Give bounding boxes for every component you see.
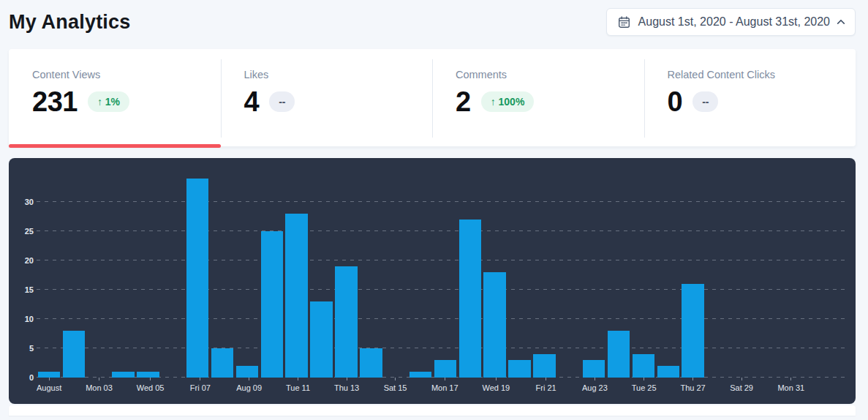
x-axis-slot (113, 378, 137, 400)
x-axis-slot (262, 378, 286, 400)
x-axis-tickmark (644, 378, 644, 380)
x-axis-tickmark (741, 378, 742, 380)
bar-slot (235, 168, 260, 378)
x-axis-slot (510, 378, 534, 400)
x-axis-tickmark (150, 378, 151, 380)
x-axis-tickmark (445, 378, 445, 380)
bar-aug-21[interactable] (533, 354, 555, 378)
x-axis-slot: Thu 13 (334, 378, 359, 400)
bar-slot (260, 168, 284, 378)
x-axis-tickmark (249, 378, 249, 380)
x-axis-label: August (37, 383, 61, 392)
x-axis-slot: Fri 07 (188, 378, 212, 400)
x-axis-label: Sat 29 (730, 383, 753, 392)
bar-aug-13[interactable] (335, 266, 357, 378)
x-axis-label: Fri 07 (190, 383, 211, 392)
bar-aug-10[interactable] (261, 231, 283, 378)
bar-aug-20[interactable] (508, 360, 530, 378)
bars-row (37, 168, 804, 378)
bar-aug-26[interactable] (657, 366, 679, 378)
bar-slot (532, 168, 557, 378)
bar-slot (507, 168, 532, 378)
x-axis-slot (558, 378, 582, 400)
bar-aug-01[interactable] (38, 372, 60, 378)
stats-summary-card: Content Views 231 ↑ 1% Likes 4 -- Commen… (9, 49, 856, 146)
x-axis-label: Tue 25 (632, 383, 657, 392)
bar-aug-02[interactable] (63, 331, 85, 378)
bar-aug-11[interactable] (285, 214, 307, 378)
bar-aug-04[interactable] (112, 372, 134, 378)
x-axis-label: Aug 23 (582, 383, 608, 392)
bar-slot (111, 168, 136, 378)
x-axis-slot (310, 378, 334, 400)
stat-value: 4 (244, 88, 260, 116)
bar-slot (656, 168, 681, 378)
stat-tab-comments[interactable]: Comments 2 ↑ 100% (432, 49, 644, 146)
bar-slot (681, 168, 706, 378)
x-axis-tickmark (99, 378, 99, 380)
x-axis-slot: Sat 15 (383, 378, 407, 400)
bar-slot (408, 168, 433, 378)
x-axis-slot: August (37, 378, 61, 400)
stat-tab-likes[interactable]: Likes 4 -- (221, 49, 433, 146)
x-axis-label: Wed 19 (483, 383, 510, 392)
x-axis-tickmark (546, 378, 546, 380)
stat-delta-badge: -- (269, 91, 295, 112)
bar-slot (284, 168, 309, 378)
bar-aug-17[interactable] (434, 360, 456, 378)
bar-slot (37, 168, 61, 378)
stat-value: 0 (668, 88, 683, 116)
chevron-up-icon (837, 19, 845, 27)
bar-aug-27[interactable] (682, 284, 703, 378)
x-axis-tickmark (790, 378, 791, 380)
stat-delta-badge: ↑ 1% (88, 91, 129, 112)
x-axis-slot (61, 378, 86, 400)
x-axis-tickmark (200, 378, 200, 380)
bar-aug-07[interactable] (186, 179, 208, 378)
bar-aug-08[interactable] (211, 348, 233, 378)
bar-slot (483, 168, 507, 378)
bar-slot (731, 168, 755, 378)
stat-tab-content-views[interactable]: Content Views 231 ↑ 1% (9, 49, 221, 146)
bar-aug-16[interactable] (410, 372, 431, 378)
x-axis-label: Aug 09 (236, 383, 262, 392)
stat-tab-related-content-clicks[interactable]: Related Content Clicks 0 -- (644, 49, 856, 146)
x-axis-tickmark (49, 378, 50, 380)
x-axis-slot (754, 378, 778, 400)
stat-label: Related Content Clicks (668, 69, 849, 80)
x-axis-label: Mon 17 (431, 383, 458, 392)
chart-plot-area: 051015202530 (37, 168, 847, 378)
bar-slot (458, 168, 483, 378)
x-axis-tickmark (395, 378, 396, 380)
y-axis-label: 25 (13, 226, 34, 236)
bar-slot (755, 168, 780, 378)
bar-aug-19[interactable] (483, 272, 505, 378)
top-bar: My Analytics August 1st, 2020 - August 3… (9, 0, 856, 34)
bar-slot (631, 168, 656, 378)
bar-aug-18[interactable] (459, 220, 481, 378)
bar-aug-14[interactable] (360, 348, 382, 378)
bar-aug-09[interactable] (236, 366, 258, 378)
bar-slot (86, 168, 111, 378)
next-card-top-edge (9, 405, 856, 416)
bar-slot (581, 168, 606, 378)
stat-delta-badge: ↑ 100% (481, 91, 535, 112)
x-axis-slot (608, 378, 632, 400)
bar-aug-25[interactable] (633, 354, 654, 378)
stat-label: Content Views (32, 69, 214, 80)
bar-slot (61, 168, 86, 378)
bar-slot (556, 168, 581, 378)
bar-aug-23[interactable] (583, 360, 605, 378)
bar-aug-24[interactable] (608, 331, 630, 378)
bar-aug-12[interactable] (310, 301, 332, 378)
stat-value: 231 (32, 88, 78, 116)
x-axis-tickmark (298, 378, 298, 380)
x-axis-slot: Thu 27 (680, 378, 705, 400)
y-axis-label: 30 (13, 197, 34, 207)
bar-aug-05[interactable] (137, 372, 159, 378)
bar-slot (185, 168, 210, 378)
x-axis-slot: Wed 05 (137, 378, 165, 400)
x-axis-slot: Fri 21 (534, 378, 558, 400)
x-axis-slot (407, 378, 431, 400)
date-range-picker[interactable]: August 1st, 2020 - August 31st, 2020 (606, 8, 856, 36)
